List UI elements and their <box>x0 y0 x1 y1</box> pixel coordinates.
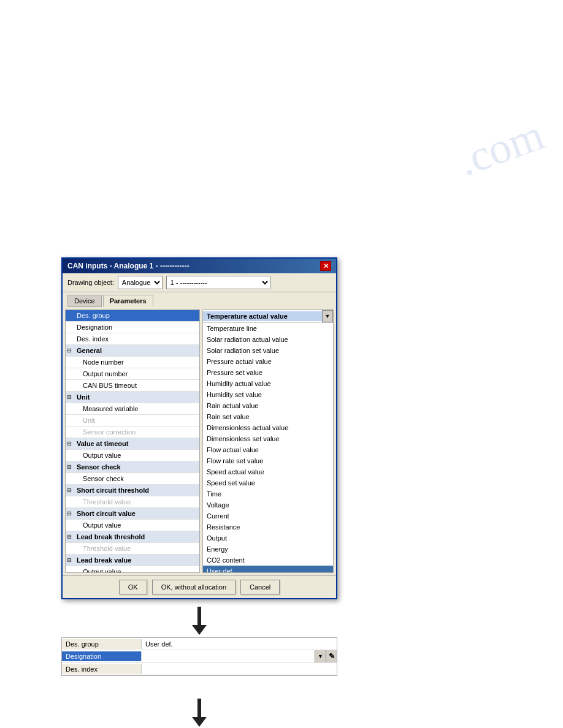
dialog-toolbar: Drawing object: Analogue 1 - -----------… <box>63 273 336 292</box>
tab-device[interactable]: Device <box>67 295 102 307</box>
dialog-titlebar: CAN inputs - Analogue 1 - ------------ ✕ <box>63 259 336 273</box>
param-panel: Des. group Designation Des. index ⊟ Gene… <box>65 309 200 573</box>
dropdown-top-row: Temperature actual value ▼ <box>203 310 333 323</box>
drawing-object-select[interactable]: Analogue <box>118 276 163 289</box>
mini-value-des-group: User def. <box>142 639 337 649</box>
ok-button[interactable]: OK <box>119 580 147 594</box>
dropdown-item-energy[interactable]: Energy <box>203 544 333 555</box>
param-row-measured-variable[interactable]: Measured variable <box>66 403 199 415</box>
dialog-title: CAN inputs - Analogue 1 - ------------ <box>67 262 190 270</box>
main-dialog: CAN inputs - Analogue 1 - ------------ ✕… <box>61 257 337 599</box>
dropdown-item-speed-set[interactable]: Speed set value <box>203 477 333 488</box>
dropdown-arrow-button[interactable]: ▼ <box>322 310 333 322</box>
dropdown-item-current[interactable]: Current <box>203 510 333 521</box>
dropdown-item-time[interactable]: Time <box>203 488 333 499</box>
param-row-node-number[interactable]: Node number <box>66 357 199 368</box>
dialog-buttons: OK OK, without allocation Cancel <box>63 575 336 598</box>
param-row-threshold-value-2: Threshold value <box>66 543 199 555</box>
dropdown-list: Temperature line Solar radiation actual … <box>203 323 333 573</box>
arrow-down-2 <box>190 699 209 727</box>
dropdown-item-temperature-line[interactable]: Temperature line <box>203 323 333 334</box>
dropdown-item-user-def[interactable]: User def. <box>203 566 333 573</box>
dropdown-item-humidity-set[interactable]: Humidity set value <box>203 389 333 400</box>
param-row-des-group[interactable]: Des. group <box>66 310 199 322</box>
designation-input[interactable] <box>142 650 315 662</box>
dropdown-item-dimensionless-actual[interactable]: Dimensionless actual value <box>203 422 333 433</box>
dropdown-item-rain-set[interactable]: Rain set value <box>203 411 333 422</box>
param-row-designation[interactable]: Designation <box>66 322 199 333</box>
mini-row-des-index[interactable]: Des. index <box>62 663 337 675</box>
mini-value-des-index <box>142 668 337 670</box>
mini-value-designation: ▼ ✎ <box>142 650 337 662</box>
param-row-can-bus-timeout[interactable]: CAN BUS timeout <box>66 380 199 392</box>
close-button[interactable]: ✕ <box>320 261 331 271</box>
cancel-button[interactable]: Cancel <box>240 580 280 594</box>
dialog-tabs: Device Parameters <box>63 292 336 307</box>
param-row-sensor-check-group[interactable]: ⊟ Sensor check <box>66 461 199 473</box>
mini-label-designation: Designation <box>62 651 142 661</box>
param-row-sensor-correction: Sensor correction <box>66 427 199 438</box>
dropdown-top-label: Temperature actual value <box>203 311 322 321</box>
watermark: .com <box>451 109 551 187</box>
param-row-threshold-value-1: Threshold value <box>66 496 199 508</box>
arrow-shaft-2 <box>197 699 201 717</box>
dropdown-item-dimensionless-set[interactable]: Dimensionless set value <box>203 433 333 444</box>
param-row-output-value-3[interactable]: Output value <box>66 566 199 573</box>
param-row-output-number[interactable]: Output number <box>66 368 199 380</box>
dropdown-panel: Temperature actual value ▼ Temperature l… <box>202 309 334 573</box>
param-row-output-value-1[interactable]: Output value <box>66 450 199 461</box>
param-row-output-value-2[interactable]: Output value <box>66 520 199 531</box>
dropdown-item-pressure-set[interactable]: Pressure set value <box>203 367 333 378</box>
param-row-unit-value: Unit <box>66 415 199 427</box>
analogue-select[interactable]: 1 - ------------ <box>166 276 270 289</box>
dropdown-item-output[interactable]: Output <box>203 533 333 544</box>
dropdown-item-co2[interactable]: CO2 content <box>203 555 333 566</box>
param-row-lead-break-value[interactable]: ⊟ Lead break value <box>66 555 199 566</box>
dropdown-item-solar-set[interactable]: Solar radiation set value <box>203 345 333 356</box>
dropdown-item-voltage[interactable]: Voltage <box>203 499 333 510</box>
tab-parameters[interactable]: Parameters <box>103 295 153 307</box>
mini-label-des-group: Des. group <box>62 639 142 649</box>
designation-edit-btn[interactable]: ✎ <box>326 650 337 662</box>
arrow-head-1 <box>192 625 207 635</box>
dropdown-item-flow-actual[interactable]: Flow actual value <box>203 444 333 455</box>
param-row-short-circuit-value[interactable]: ⊟ Short circuit value <box>66 508 199 520</box>
dialog-body: Des. group Designation Des. index ⊟ Gene… <box>63 307 336 575</box>
param-row-des-index[interactable]: Des. index <box>66 333 199 345</box>
param-row-short-circuit-threshold[interactable]: ⊟ Short circuit threshold <box>66 485 199 496</box>
drawing-object-label: Drawing object: <box>67 279 114 286</box>
dropdown-item-speed-actual[interactable]: Speed actual value <box>203 466 333 477</box>
mini-row-designation[interactable]: Designation ▼ ✎ <box>62 650 337 663</box>
param-row-lead-break-threshold[interactable]: ⊟ Lead break threshold <box>66 531 199 543</box>
mini-row-des-group[interactable]: Des. group User def. <box>62 638 337 650</box>
arrow-down-1 <box>190 607 209 635</box>
dropdown-item-rain-actual[interactable]: Rain actual value <box>203 400 333 411</box>
arrow-shaft-1 <box>197 607 201 625</box>
designation-dropdown-btn[interactable]: ▼ <box>315 650 326 662</box>
ok-without-allocation-button[interactable]: OK, without allocation <box>152 580 236 594</box>
dropdown-item-solar-actual[interactable]: Solar radiation actual value <box>203 334 333 345</box>
dropdown-item-flow-rate-set[interactable]: Flow rate set value <box>203 455 333 466</box>
param-row-sensor-check[interactable]: Sensor check <box>66 473 199 485</box>
mini-dialog: Des. group User def. Designation ▼ ✎ Des… <box>61 637 337 676</box>
param-row-general[interactable]: ⊟ General <box>66 345 199 357</box>
dropdown-item-resistance[interactable]: Resistance <box>203 521 333 533</box>
dropdown-item-pressure-actual[interactable]: Pressure actual value <box>203 356 333 367</box>
arrow-head-2 <box>192 717 207 727</box>
param-row-value-at-timeout[interactable]: ⊟ Value at timeout <box>66 438 199 450</box>
param-row-unit[interactable]: ⊟ Unit <box>66 392 199 403</box>
mini-label-des-index: Des. index <box>62 664 142 674</box>
dropdown-item-humidity-actual[interactable]: Humidity actual value <box>203 378 333 389</box>
